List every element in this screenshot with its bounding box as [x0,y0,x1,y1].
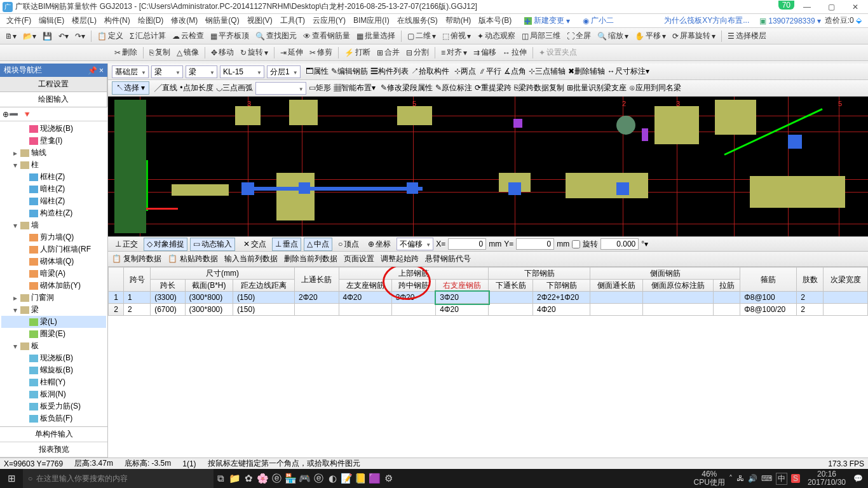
menu-help[interactable]: 帮助(H) [442,15,475,26]
copy-button[interactable]: ⎘复制 [147,46,173,59]
tree-item[interactable]: 板洞(N) [1,388,106,400]
tree-item[interactable]: 砌体墙(Q) [1,255,106,268]
rebar-table[interactable]: 跨号 尺寸(mm) 上通长筋 上部钢筋 下部钢筋 侧面钢筋 箍筋 肢数 次梁宽度… [108,267,868,458]
tree-item[interactable]: 人防门框墙(RF [1,243,106,255]
dynin-toggle[interactable]: ▭动态输入 [190,238,235,251]
tree-item[interactable]: ▸轴线 [1,147,106,159]
th-sideloc[interactable]: 侧面原位标注筋 [643,280,714,292]
del-col-button[interactable]: 删除当前列数据 [284,254,337,264]
drawing-canvas[interactable]: 34 52 34 5 [108,97,868,236]
redo-icon[interactable]: ↷▾ [72,30,88,42]
tree-item[interactable]: 梁(L) [1,316,106,328]
mirror-button[interactable]: △镜像 [174,46,201,59]
2d-button[interactable]: ▢二维▾ [405,29,438,43]
apply-button[interactable]: ⊙应用到同名梁 [629,83,681,93]
th-stirrup[interactable]: 箍筋 [740,268,797,292]
flat-button[interactable]: ▦平齐板顶 [208,29,252,43]
line-tool[interactable]: ╱直线 [154,83,177,93]
menu-tool[interactable]: 工具(T) [276,15,309,26]
user-phone[interactable]: ▣13907298339 ▾ [759,17,820,25]
system-tray[interactable]: 46%CPU使用 ˄ 🖧 🔊 ⌨ 中 S 20:162017/10/30 💬 [689,470,868,487]
maximize-button[interactable]: ▢ [825,3,837,11]
app-icon-7[interactable]: ⓔ [311,473,325,485]
table-row[interactable]: 22(6700)(300*800)(150)4Φ204Φ20Φ8@100/202 [109,304,868,316]
input-col-button[interactable]: 输入当前列数据 [224,254,278,264]
member-dropdown[interactable]: KL-15 [220,65,264,78]
modprop-button[interactable]: ✎修改梁段属性 [381,83,433,93]
offset-button[interactable]: ⇉偏移 [471,46,499,59]
screen-rotate-button[interactable]: ⟳屏幕旋转▾ [670,29,718,43]
th-dim[interactable]: 尺寸(mm) [151,268,295,280]
th-tie[interactable]: 拉筋 [713,280,740,292]
app-icon-3[interactable]: 🌸 [255,473,269,484]
new-icon[interactable]: 🗎▾ [3,30,19,42]
app-icon-2[interactable]: ✿ [241,473,255,484]
ortho-toggle[interactable]: ⊥正交 [112,238,141,251]
app-icon-4[interactable]: ⓔ [269,473,283,485]
tree-item[interactable]: 圈梁(E) [1,328,106,340]
help-link[interactable]: 为什么筏板XY方向布置... [660,15,753,26]
move-button[interactable]: ✥移动 [208,46,236,59]
local3d-button[interactable]: ◫局部三维 [519,29,563,43]
minimize-button[interactable]: — [801,3,813,11]
open-icon[interactable]: 📂▾ [20,30,39,42]
tree-item[interactable]: 板受力筋(S) [1,400,106,412]
tray-vol-icon[interactable]: 🔊 [748,474,757,483]
menu-file[interactable]: 文件(F) [3,15,35,26]
offset-dropdown[interactable]: 不偏移 [397,238,433,250]
del-aux-button[interactable]: ✖删除辅轴 [568,66,605,77]
rect-tool[interactable]: ▭矩形 [309,83,331,93]
tab-draw-input[interactable]: 绘图输入 [0,92,107,107]
x-input[interactable] [448,238,486,250]
tree-item[interactable]: ▸门窗洞 [1,292,106,304]
orbit-button[interactable]: ✦动态观察 [475,29,518,43]
cost-bean[interactable]: 造价豆:0 ⬙ [821,15,865,26]
tray-net-icon[interactable]: 🖧 [736,474,744,483]
app-icon-11[interactable]: 🟪 [367,473,381,484]
split-button[interactable]: ⊟分割 [403,46,431,59]
tree-item[interactable]: 板负筋(F) [1,412,106,424]
cloud-check-button[interactable]: ☁云检查 [170,29,207,43]
tray-lang-icon[interactable]: ⌨ [761,474,772,483]
align-button[interactable]: ≡对齐▾ [438,46,470,59]
new-change-button[interactable]: ✚新建变更 ▾ [520,15,574,26]
ptlen-tool[interactable]: •点加长度 [180,83,213,93]
taskview-icon[interactable]: ⧉ [214,473,227,484]
tree-item[interactable]: 壁龛(I) [1,135,106,147]
th-spanlen[interactable]: 跨长 [151,280,185,292]
tree-item[interactable]: 现浇板(B) [1,352,106,364]
th-left[interactable]: 左支座钢筋 [339,280,391,292]
dim-button[interactable]: ↔尺寸标注▾ [607,66,649,77]
batch-sel-button[interactable]: ▦批量选择 [354,29,398,43]
parallel-button[interactable]: ⫽平行 [478,66,501,77]
fullscreen-button[interactable]: ⛶全屏 [564,29,593,43]
th-sidethru[interactable]: 侧面通长筋 [590,280,643,292]
menu-rebar[interactable]: 钢筋量(Q) [201,15,243,26]
smart-tool[interactable]: ▦智能布置▾ [334,83,376,93]
ime-s-icon[interactable]: S [791,474,800,483]
tray-up-icon[interactable]: ˄ [729,474,733,483]
tree-item[interactable]: ▾柱 [1,159,106,171]
y-input[interactable] [516,238,554,250]
osnap-toggle[interactable]: ◇对象捕捉 [144,238,187,251]
tree-item[interactable]: 构造柱(Z) [1,207,106,219]
report-preview-button[interactable]: 报表预览 [0,442,107,458]
cross-toggle[interactable]: ✕交点 [240,238,269,251]
undo-icon[interactable]: ↶▾ [56,30,71,42]
th-subwidth[interactable]: 次梁宽度 [824,268,868,292]
app-icon-8[interactable]: ◐ [325,473,339,484]
select-tool[interactable]: ↖选择 ▾ [112,81,149,95]
copydata-button[interactable]: ⎘梁跨数据复制 [514,83,564,93]
menu-online[interactable]: 在线服务(S) [393,15,442,26]
save-icon[interactable]: 💾 [40,30,55,42]
th-legs[interactable]: 肢数 [797,268,824,292]
three-aux-button[interactable]: ⊹三点辅轴 [529,66,566,77]
tree-item[interactable]: 端柱(Z) [1,195,106,207]
th-section[interactable]: 截面(B*H) [185,280,233,292]
pin-icon[interactable]: 📌 × [88,66,104,75]
tree-item[interactable]: 螺旋板(B) [1,364,106,376]
rotate-button[interactable]: ↻旋转▾ [238,46,271,59]
topview-button[interactable]: ⬚俯视▾ [440,29,473,43]
th-side[interactable]: 侧面钢筋 [590,268,740,280]
paste-span-button[interactable]: 📋 粘贴跨数据 [168,254,217,264]
